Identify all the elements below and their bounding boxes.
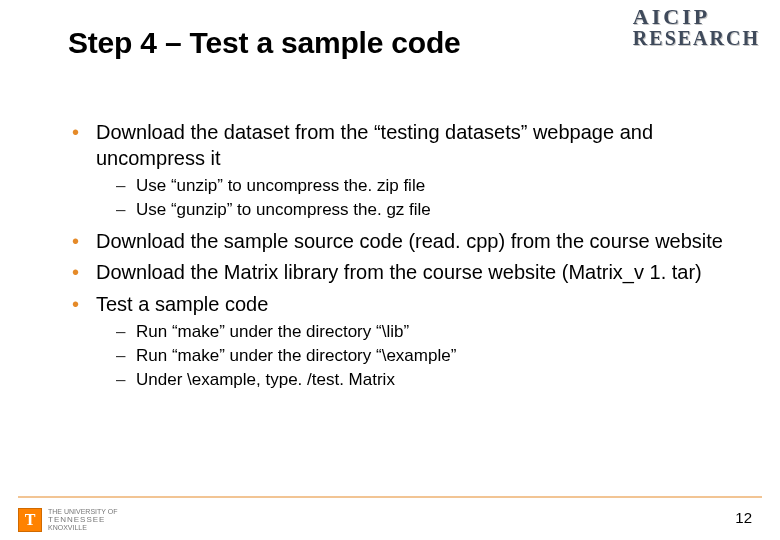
sub-list: Use “unzip” to uncompress the. zip file … [96, 175, 730, 221]
sub-text: Use “unzip” to uncompress the. zip file [136, 176, 425, 195]
uni-loc: KNOXVILLE [48, 524, 118, 532]
sub-text: Run “make” under the directory “\example… [136, 346, 456, 365]
slide-title: Step 4 – Test a sample code [68, 26, 461, 60]
bullet-text: Test a sample code [96, 293, 268, 315]
sub-text: Use “gunzip” to uncompress the. gz file [136, 200, 431, 219]
t-icon: T [18, 508, 42, 532]
uni-big: TENNESSEE [48, 516, 118, 525]
sub-list: Run “make” under the directory “\lib” Ru… [96, 321, 730, 390]
logo-line1: AICIP [633, 6, 760, 28]
list-item: Download the sample source code (read. c… [72, 229, 730, 255]
list-item: Download the dataset from the “testing d… [72, 120, 730, 221]
sub-text: Run “make” under the directory “\lib” [136, 322, 409, 341]
footer-rule [18, 496, 762, 498]
ut-logo: T THE UNIVERSITY OF TENNESSEE KNOXVILLE [18, 508, 118, 532]
slide: Step 4 – Test a sample code AICIP RESEAR… [0, 0, 780, 540]
list-item: Use “gunzip” to uncompress the. gz file [116, 199, 730, 221]
list-item: Download the Matrix library from the cou… [72, 260, 730, 286]
list-item: Test a sample code Run “make” under the … [72, 292, 730, 391]
list-item: Run “make” under the directory “\example… [116, 345, 730, 367]
bullet-text: Download the sample source code (read. c… [96, 230, 723, 252]
university-text: THE UNIVERSITY OF TENNESSEE KNOXVILLE [48, 508, 118, 532]
aicip-logo: AICIP RESEARCH [633, 6, 760, 48]
list-item: Run “make” under the directory “\lib” [116, 321, 730, 343]
bullet-list: Download the dataset from the “testing d… [72, 120, 730, 391]
slide-body: Download the dataset from the “testing d… [72, 120, 730, 399]
sub-text: Under \example, type. /test. Matrix [136, 370, 395, 389]
list-item: Use “unzip” to uncompress the. zip file [116, 175, 730, 197]
logo-line2: RESEARCH [633, 28, 760, 48]
page-number: 12 [735, 509, 752, 526]
bullet-text: Download the Matrix library from the cou… [96, 261, 702, 283]
list-item: Under \example, type. /test. Matrix [116, 369, 730, 391]
bullet-text: Download the dataset from the “testing d… [96, 121, 653, 169]
